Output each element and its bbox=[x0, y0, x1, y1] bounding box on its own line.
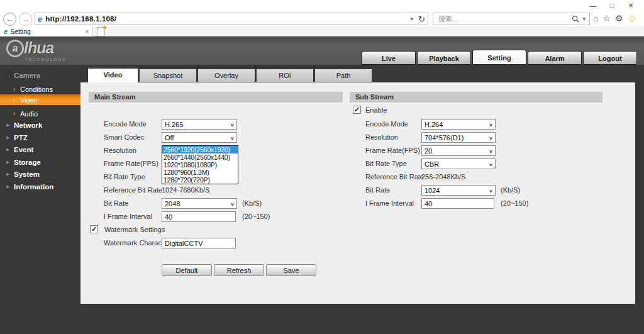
home-icon[interactable]: ⌂ bbox=[593, 13, 598, 23]
sidebar-item-network[interactable]: ▶ Network bbox=[0, 120, 80, 130]
logo-subtext: TECHNOLOGY bbox=[25, 57, 67, 62]
sidebar-item-ptz[interactable]: ▶ PTZ bbox=[0, 133, 80, 143]
main-bit-rate-select[interactable]: 2048 ∨ bbox=[162, 198, 237, 209]
default-button[interactable]: Default bbox=[162, 264, 212, 276]
browser-tabbar: e Setting × bbox=[0, 26, 644, 36]
sub-stream-section-header: Sub Stream bbox=[350, 92, 602, 103]
main-reference-bit-rate-value: 1024-7680Kb/S bbox=[162, 187, 209, 194]
back-button[interactable]: ← bbox=[3, 13, 16, 26]
main-resolution-label: Resolution bbox=[104, 147, 136, 154]
nav-logout-button[interactable]: Logout bbox=[583, 51, 637, 65]
sub-i-frame-input[interactable] bbox=[421, 198, 494, 209]
search-input[interactable] bbox=[437, 14, 572, 23]
resolution-option[interactable]: 1280*720(720P) bbox=[162, 176, 238, 184]
minimize-button[interactable]: — bbox=[584, 0, 602, 11]
browser-tab-title: Setting bbox=[10, 28, 31, 35]
chevron-down-icon: ∨ bbox=[489, 188, 493, 193]
sub-reference-bit-rate-label: Reference Bit Rate bbox=[365, 174, 424, 181]
sidebar-item-system[interactable]: ▶ System bbox=[0, 169, 80, 179]
settings-gear-icon[interactable]: ⚙ bbox=[615, 13, 623, 23]
chevron-down-icon: ∨ bbox=[230, 122, 235, 127]
main-i-frame-range: (20~150) bbox=[242, 213, 270, 220]
child-arrow-icon: › bbox=[13, 96, 20, 103]
favorites-star-icon[interactable]: ☆ bbox=[602, 13, 611, 23]
child-arrow-icon: › bbox=[13, 110, 20, 117]
watermark-label: Watermark Settings bbox=[104, 226, 165, 233]
sidebar-item-event[interactable]: ▶ Event bbox=[0, 145, 80, 155]
collapsed-triangle-icon: ▶ bbox=[6, 160, 14, 165]
tab-snapshot[interactable]: Snapshot bbox=[140, 69, 196, 82]
collapsed-triangle-icon: ▶ bbox=[6, 184, 14, 189]
sub-bit-rate-type-select[interactable]: CBR ∨ bbox=[421, 159, 496, 169]
watermark-character-label: Watermark Character bbox=[104, 240, 170, 247]
sidebar-item-video[interactable]: › Video bbox=[0, 94, 80, 105]
smiley-feedback-icon[interactable]: ☺ bbox=[628, 13, 637, 23]
close-button[interactable]: × bbox=[621, 0, 640, 11]
search-icon[interactable] bbox=[572, 15, 580, 23]
resolution-option[interactable]: 2560*1440(2560x1440) bbox=[162, 153, 238, 161]
tab-video[interactable]: Video bbox=[88, 69, 138, 82]
sub-enable-checkbox[interactable]: ✓ bbox=[353, 106, 361, 114]
sidebar-item-storage[interactable]: ▶ Storage bbox=[0, 157, 80, 167]
chevron-down-icon: ∨ bbox=[230, 135, 235, 140]
logo-letter: a bbox=[13, 43, 18, 54]
main-encode-mode-select[interactable]: H.265 ∨ bbox=[162, 119, 237, 130]
watermark-character-input[interactable] bbox=[162, 238, 236, 248]
new-tab-button[interactable] bbox=[97, 27, 105, 36]
url-dropdown-icon[interactable]: ▾ bbox=[411, 16, 414, 22]
sub-encode-mode-label: Encode Mode bbox=[365, 121, 408, 128]
tab-close-icon[interactable]: × bbox=[85, 28, 89, 35]
sub-bit-rate-select[interactable]: 1024 ∨ bbox=[421, 185, 496, 196]
refresh-button[interactable]: Refresh bbox=[214, 264, 264, 276]
refresh-icon[interactable]: ↻ bbox=[418, 14, 425, 24]
collapsed-triangle-icon: ▶ bbox=[6, 172, 14, 177]
main-i-frame-input[interactable] bbox=[162, 211, 236, 222]
chevron-down-icon: ∨ bbox=[489, 135, 493, 140]
nav-setting-button[interactable]: Setting bbox=[472, 50, 526, 65]
nav-alarm-button[interactable]: Alarm bbox=[528, 51, 582, 65]
sub-resolution-select[interactable]: 704*576(D1) ∨ bbox=[421, 132, 496, 143]
new-tab-icon bbox=[103, 26, 106, 29]
tab-roi[interactable]: ROI bbox=[257, 69, 313, 82]
nav-live-button[interactable]: Live bbox=[362, 51, 416, 65]
sidebar-item-conditions[interactable]: › Conditions bbox=[0, 84, 80, 94]
search-box[interactable]: ▾ bbox=[433, 13, 590, 25]
main-i-frame-label: I Frame Interval bbox=[104, 213, 152, 220]
address-bar[interactable]: e http://192.168.1.108/ ▾ ↻ bbox=[35, 13, 428, 25]
tab-overlay[interactable]: Overlay bbox=[198, 69, 255, 82]
save-button[interactable]: Save bbox=[266, 264, 316, 276]
nav-playback-button[interactable]: Playback bbox=[417, 51, 471, 65]
collapsed-triangle-icon: ▶ bbox=[6, 147, 14, 152]
watermark-checkbox[interactable]: ✓ bbox=[90, 225, 98, 233]
resolution-option[interactable]: 1280*960(1.3M) bbox=[162, 169, 238, 176]
sub-bit-rate-label: Bit Rate bbox=[365, 187, 390, 194]
tab-path[interactable]: Path bbox=[315, 69, 372, 82]
chevron-down-icon: ∨ bbox=[489, 122, 493, 127]
ie-icon: e bbox=[4, 28, 8, 35]
main-frame-rate-label: Frame Rate(FPS) bbox=[104, 160, 158, 167]
maximize-button[interactable]: □ bbox=[602, 0, 621, 11]
main-encode-mode-label: Encode Mode bbox=[104, 121, 147, 128]
browser-titlebar: — □ × bbox=[0, 0, 644, 11]
search-dropdown-icon[interactable]: ▾ bbox=[582, 16, 586, 22]
url-text: http://192.168.1.108/ bbox=[45, 15, 116, 23]
browser-navbar: ← → e http://192.168.1.108/ ▾ ↻ ▾ ⌂ ☆ ⚙ … bbox=[0, 11, 644, 26]
sub-frame-rate-select[interactable]: 20 ∨ bbox=[421, 145, 496, 156]
chevron-down-icon: ∨ bbox=[230, 201, 235, 206]
sub-encode-mode-select[interactable]: H.264 ∨ bbox=[421, 119, 496, 130]
sub-reference-bit-rate-value: 256-2048Kb/S bbox=[421, 174, 465, 181]
content-panel: Main Stream Encode Mode H.265 ∨ Smart Co… bbox=[80, 82, 635, 304]
main-smart-codec-select[interactable]: Off ∨ bbox=[162, 132, 237, 143]
sub-resolution-label: Resolution bbox=[365, 134, 398, 141]
main-resolution-open-list: 2560*1920(2560x1920) 2560*1440(2560x1440… bbox=[162, 145, 238, 184]
resolution-option[interactable]: 2560*1920(2560x1920) bbox=[162, 146, 238, 153]
browser-tab-setting[interactable]: e Setting × bbox=[0, 26, 93, 36]
ie-icon: e bbox=[38, 14, 42, 24]
sidebar-item-information[interactable]: ▶ Information bbox=[0, 182, 80, 192]
forward-button[interactable]: → bbox=[19, 13, 32, 26]
sub-i-frame-range: (20~150) bbox=[501, 200, 528, 207]
sidebar-item-audio[interactable]: › Audio bbox=[0, 108, 80, 119]
resolution-option[interactable]: 1920*1080(1080P) bbox=[162, 161, 238, 169]
dahua-logo: a lhua TECHNOLOGY bbox=[6, 39, 67, 62]
sidebar-item-camera[interactable]: ▼ Camera bbox=[0, 70, 80, 81]
